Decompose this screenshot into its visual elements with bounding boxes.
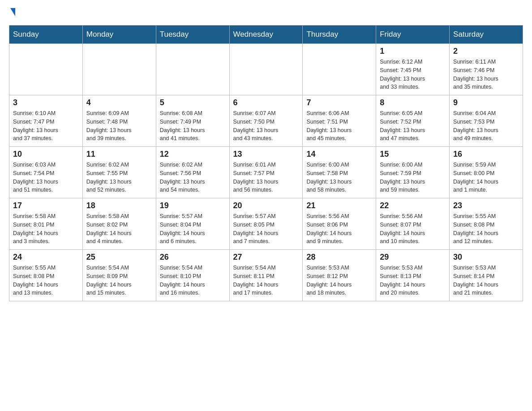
calendar-cell: 6Sunrise: 6:07 AM Sunset: 7:50 PM Daylig… (229, 95, 303, 147)
day-number: 27 (233, 253, 299, 262)
day-info: Sunrise: 5:55 AM Sunset: 8:08 PM Dayligh… (13, 264, 79, 297)
col-tuesday: Tuesday (156, 26, 229, 44)
calendar-cell: 30Sunrise: 5:53 AM Sunset: 8:14 PM Dayli… (450, 250, 523, 301)
day-info: Sunrise: 5:56 AM Sunset: 8:07 PM Dayligh… (380, 212, 446, 246)
day-number: 18 (86, 201, 152, 210)
calendar-cell: 3Sunrise: 6:10 AM Sunset: 7:47 PM Daylig… (9, 95, 83, 147)
calendar-cell: 7Sunrise: 6:06 AM Sunset: 7:51 PM Daylig… (303, 95, 376, 147)
page-header (9, 9, 523, 17)
calendar-week-row: 1Sunrise: 6:12 AM Sunset: 7:45 PM Daylig… (9, 44, 523, 95)
day-info: Sunrise: 5:59 AM Sunset: 8:00 PM Dayligh… (453, 161, 519, 194)
day-info: Sunrise: 5:58 AM Sunset: 8:01 PM Dayligh… (13, 212, 79, 246)
calendar-week-row: 17Sunrise: 5:58 AM Sunset: 8:01 PM Dayli… (9, 198, 523, 250)
day-info: Sunrise: 6:04 AM Sunset: 7:53 PM Dayligh… (453, 109, 519, 143)
calendar-cell (9, 44, 83, 95)
day-number: 22 (380, 201, 446, 210)
calendar-cell (82, 44, 156, 95)
calendar-cell: 23Sunrise: 5:55 AM Sunset: 8:08 PM Dayli… (450, 198, 523, 250)
day-number: 24 (13, 253, 79, 262)
day-info: Sunrise: 5:57 AM Sunset: 8:04 PM Dayligh… (160, 212, 226, 246)
day-info: Sunrise: 6:10 AM Sunset: 7:47 PM Dayligh… (13, 109, 79, 143)
calendar-cell: 21Sunrise: 5:56 AM Sunset: 8:06 PM Dayli… (303, 198, 376, 250)
day-info: Sunrise: 6:01 AM Sunset: 7:57 PM Dayligh… (233, 161, 299, 194)
logo-triangle-icon (10, 8, 15, 16)
day-info: Sunrise: 6:02 AM Sunset: 7:55 PM Dayligh… (86, 161, 152, 194)
day-number: 21 (306, 201, 372, 210)
calendar-cell: 18Sunrise: 5:58 AM Sunset: 8:02 PM Dayli… (82, 198, 156, 250)
calendar-cell: 29Sunrise: 5:53 AM Sunset: 8:13 PM Dayli… (376, 250, 450, 301)
calendar-cell: 2Sunrise: 6:11 AM Sunset: 7:46 PM Daylig… (450, 44, 523, 95)
day-number: 28 (306, 253, 372, 262)
col-friday: Friday (376, 26, 450, 44)
day-info: Sunrise: 5:53 AM Sunset: 8:14 PM Dayligh… (453, 264, 519, 297)
day-number: 11 (86, 150, 152, 159)
calendar-table: Sunday Monday Tuesday Wednesday Thursday… (9, 25, 523, 301)
calendar-cell (303, 44, 376, 95)
calendar-cell: 15Sunrise: 6:00 AM Sunset: 7:59 PM Dayli… (376, 147, 450, 198)
day-number: 29 (380, 253, 446, 262)
day-number: 25 (86, 253, 152, 262)
day-info: Sunrise: 6:07 AM Sunset: 7:50 PM Dayligh… (233, 109, 299, 143)
col-monday: Monday (82, 26, 156, 44)
day-number: 23 (453, 201, 519, 210)
day-info: Sunrise: 6:05 AM Sunset: 7:52 PM Dayligh… (380, 109, 446, 143)
calendar-cell: 1Sunrise: 6:12 AM Sunset: 7:45 PM Daylig… (376, 44, 450, 95)
col-sunday: Sunday (9, 26, 83, 44)
day-number: 16 (453, 150, 519, 159)
day-info: Sunrise: 5:53 AM Sunset: 8:13 PM Dayligh… (380, 264, 446, 297)
day-info: Sunrise: 6:06 AM Sunset: 7:51 PM Dayligh… (306, 109, 372, 143)
calendar-cell: 10Sunrise: 6:03 AM Sunset: 7:54 PM Dayli… (9, 147, 83, 198)
calendar-cell (156, 44, 229, 95)
calendar-cell: 5Sunrise: 6:08 AM Sunset: 7:49 PM Daylig… (156, 95, 229, 147)
calendar-cell: 13Sunrise: 6:01 AM Sunset: 7:57 PM Dayli… (229, 147, 303, 198)
day-number: 20 (233, 201, 299, 210)
col-saturday: Saturday (450, 26, 523, 44)
calendar-cell: 24Sunrise: 5:55 AM Sunset: 8:08 PM Dayli… (9, 250, 83, 301)
day-info: Sunrise: 6:00 AM Sunset: 7:58 PM Dayligh… (306, 161, 372, 194)
calendar-cell: 28Sunrise: 5:53 AM Sunset: 8:12 PM Dayli… (303, 250, 376, 301)
day-number: 14 (306, 150, 372, 159)
calendar-cell: 22Sunrise: 5:56 AM Sunset: 8:07 PM Dayli… (376, 198, 450, 250)
logo (9, 9, 15, 17)
day-number: 13 (233, 150, 299, 159)
day-number: 7 (306, 98, 372, 107)
calendar-cell: 26Sunrise: 5:54 AM Sunset: 8:10 PM Dayli… (156, 250, 229, 301)
day-info: Sunrise: 5:53 AM Sunset: 8:12 PM Dayligh… (306, 264, 372, 297)
day-info: Sunrise: 5:54 AM Sunset: 8:11 PM Dayligh… (233, 264, 299, 297)
day-info: Sunrise: 6:11 AM Sunset: 7:46 PM Dayligh… (453, 58, 519, 91)
day-info: Sunrise: 5:58 AM Sunset: 8:02 PM Dayligh… (86, 212, 152, 246)
calendar-cell: 12Sunrise: 6:02 AM Sunset: 7:56 PM Dayli… (156, 147, 229, 198)
calendar-week-row: 10Sunrise: 6:03 AM Sunset: 7:54 PM Dayli… (9, 147, 523, 198)
day-number: 8 (380, 98, 446, 107)
calendar-cell: 16Sunrise: 5:59 AM Sunset: 8:00 PM Dayli… (450, 147, 523, 198)
day-number: 17 (13, 201, 79, 210)
calendar-cell: 4Sunrise: 6:09 AM Sunset: 7:48 PM Daylig… (82, 95, 156, 147)
calendar-cell: 8Sunrise: 6:05 AM Sunset: 7:52 PM Daylig… (376, 95, 450, 147)
day-number: 2 (453, 47, 519, 56)
day-number: 3 (13, 98, 79, 107)
calendar-cell: 19Sunrise: 5:57 AM Sunset: 8:04 PM Dayli… (156, 198, 229, 250)
day-number: 19 (160, 201, 226, 210)
day-number: 26 (160, 253, 226, 262)
day-info: Sunrise: 6:12 AM Sunset: 7:45 PM Dayligh… (380, 58, 446, 91)
calendar-cell: 25Sunrise: 5:54 AM Sunset: 8:09 PM Dayli… (82, 250, 156, 301)
day-info: Sunrise: 5:57 AM Sunset: 8:05 PM Dayligh… (233, 212, 299, 246)
day-number: 15 (380, 150, 446, 159)
day-info: Sunrise: 6:09 AM Sunset: 7:48 PM Dayligh… (86, 109, 152, 143)
calendar-cell (229, 44, 303, 95)
day-number: 12 (160, 150, 226, 159)
day-info: Sunrise: 5:56 AM Sunset: 8:06 PM Dayligh… (306, 212, 372, 246)
calendar-cell: 11Sunrise: 6:02 AM Sunset: 7:55 PM Dayli… (82, 147, 156, 198)
day-number: 1 (380, 47, 446, 56)
day-info: Sunrise: 5:54 AM Sunset: 8:09 PM Dayligh… (86, 264, 152, 297)
calendar-cell: 17Sunrise: 5:58 AM Sunset: 8:01 PM Dayli… (9, 198, 83, 250)
day-info: Sunrise: 5:55 AM Sunset: 8:08 PM Dayligh… (453, 212, 519, 246)
day-number: 9 (453, 98, 519, 107)
calendar-cell: 14Sunrise: 6:00 AM Sunset: 7:58 PM Dayli… (303, 147, 376, 198)
day-number: 30 (453, 253, 519, 262)
day-number: 5 (160, 98, 226, 107)
calendar-week-row: 24Sunrise: 5:55 AM Sunset: 8:08 PM Dayli… (9, 250, 523, 301)
calendar-cell: 20Sunrise: 5:57 AM Sunset: 8:05 PM Dayli… (229, 198, 303, 250)
calendar-header-row: Sunday Monday Tuesday Wednesday Thursday… (9, 26, 523, 44)
col-wednesday: Wednesday (229, 26, 303, 44)
